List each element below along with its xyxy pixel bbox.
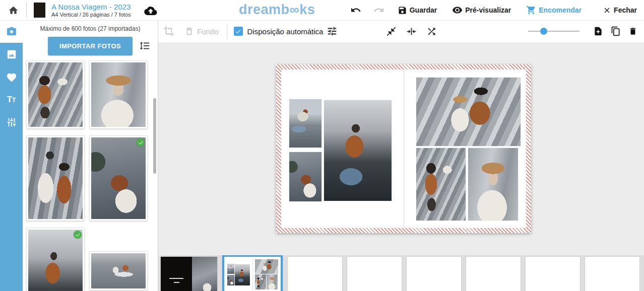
page-fold-line xyxy=(404,69,404,228)
photo-image xyxy=(28,62,83,127)
trash-outline-icon xyxy=(184,26,194,36)
save-button[interactable]: Guardar xyxy=(398,6,437,15)
filmstrip-blank-spread-6[interactable] xyxy=(526,257,580,291)
photos-scrollbar[interactable] xyxy=(153,98,156,174)
photo-limit-text: Máximo de 600 fotos (27 importadas) xyxy=(23,25,158,32)
check-icon xyxy=(235,28,241,35)
add-page-button[interactable] xyxy=(593,26,603,36)
order-button[interactable]: Encomendar xyxy=(526,5,582,15)
photo-thumb-couple-rocks[interactable] xyxy=(26,60,85,129)
cover-photo xyxy=(192,257,217,291)
photo-image xyxy=(91,253,146,288)
filmstrip-blank-spread-3[interactable] xyxy=(347,257,402,291)
zoom-slider-track xyxy=(528,31,579,32)
spread-photo-couple-rocks[interactable] xyxy=(416,148,466,221)
project-subtitle: A4 Vertical / 26 páginas / 7 fotos xyxy=(51,12,131,18)
filmstrip-blank-spread-2[interactable] xyxy=(288,257,342,291)
cloud-upload-icon xyxy=(144,6,157,15)
heart-icon xyxy=(6,72,17,82)
photos-panel: Máximo de 600 fotos (27 importadas) IMPO… xyxy=(23,20,158,291)
eye-icon xyxy=(452,6,463,14)
image-icon xyxy=(6,49,17,60)
sort-photos-button[interactable] xyxy=(139,40,150,51)
duplicate-page-button[interactable] xyxy=(611,26,621,36)
filmstrip-spread-selected[interactable] xyxy=(222,255,283,291)
photo-thumb-man-boat[interactable] xyxy=(26,228,85,291)
tune-icon xyxy=(6,117,17,128)
tune-icon xyxy=(327,26,338,37)
photo-thumb-couple-boat[interactable] xyxy=(89,251,148,290)
shuffle-layout-button[interactable] xyxy=(426,26,437,37)
background-label: Fundo xyxy=(197,27,219,36)
spread-photo-couple-standing[interactable] xyxy=(416,78,521,146)
compress-icon xyxy=(406,26,417,37)
spread-photo-woman-hat[interactable] xyxy=(468,148,518,221)
dreambooks-logo: dreamb∞ks xyxy=(239,2,315,18)
delete-background-button[interactable]: Fundo xyxy=(184,26,219,36)
trash-icon xyxy=(628,26,637,36)
book-spread xyxy=(276,64,531,233)
delete-page-button[interactable] xyxy=(628,26,637,36)
photo-used-check-icon xyxy=(74,231,82,239)
photo-image xyxy=(28,230,83,291)
preview-label: Pré-visualizar xyxy=(465,6,511,14)
sidebar-tab-gallery[interactable] xyxy=(0,43,23,65)
topbar-divider xyxy=(26,3,27,17)
redo-button[interactable] xyxy=(373,6,384,15)
page-actions xyxy=(593,26,637,36)
arrows-inward-icon xyxy=(386,26,397,37)
spread-photo-woman-boat[interactable] xyxy=(289,99,321,148)
zoom-slider-thumb[interactable] xyxy=(540,28,547,35)
auto-layout-label: Disposição automática xyxy=(247,27,324,36)
filmstrip-blank-spread-5[interactable] xyxy=(466,257,521,291)
photo-thumb-selfie-couple[interactable] xyxy=(26,135,85,221)
crop-icon xyxy=(163,26,174,37)
spread-photo-man-boat[interactable] xyxy=(324,100,392,201)
topbar: A Nossa Viagem - 2023 A4 Vertical / 26 p… xyxy=(0,0,644,21)
sidebar-tabs-group: TT xyxy=(0,43,23,291)
cart-icon xyxy=(526,5,536,15)
order-label: Encomendar xyxy=(539,6,582,14)
preview-button[interactable]: Pré-visualizar xyxy=(452,6,511,14)
crop-button[interactable] xyxy=(163,26,174,37)
auto-layout-checkbox[interactable] xyxy=(234,27,243,36)
sidebar-tab-favorites[interactable] xyxy=(0,65,23,88)
sidebar-tab-text[interactable]: TT xyxy=(0,88,23,111)
project-title: A Nossa Viagem - 2023 xyxy=(51,3,131,11)
import-photos-button[interactable]: IMPORTAR FOTOS xyxy=(48,37,133,55)
photo-image xyxy=(91,62,146,127)
layout-options-button[interactable] xyxy=(327,26,338,37)
home-icon xyxy=(8,5,19,16)
sidebar: TT xyxy=(0,20,23,291)
photo-thumb-woman-hat[interactable] xyxy=(89,60,148,129)
cover-front xyxy=(161,257,192,291)
canvas xyxy=(158,42,644,291)
spread-photo-woman-lake[interactable] xyxy=(289,152,321,201)
sidebar-tab-photos[interactable] xyxy=(0,20,23,43)
collapse-layout-button[interactable] xyxy=(386,26,397,37)
close-icon xyxy=(603,6,611,15)
sidebar-tab-settings[interactable] xyxy=(0,111,23,133)
topbar-actions: Guardar Pré-visualizar Encomendar Fechar xyxy=(350,5,644,15)
shuffle-icon xyxy=(426,26,437,37)
cloud-sync-button[interactable] xyxy=(144,6,157,15)
filmstrip-blank-spread-4[interactable] xyxy=(407,257,461,291)
photo-image xyxy=(91,137,146,219)
editor-toolbar: Fundo Disposição automática xyxy=(158,20,644,43)
filmstrip-cover[interactable] xyxy=(161,257,217,291)
zoom-slider[interactable] xyxy=(528,28,579,35)
photo-thumb-woman-lake[interactable] xyxy=(89,135,148,221)
compress-horizontal-button[interactable] xyxy=(406,26,417,37)
undo-icon xyxy=(350,6,361,15)
filmstrip-blank-spread-7[interactable] xyxy=(585,257,639,291)
layout-shuffle-group xyxy=(386,20,437,42)
add-page-icon xyxy=(593,26,603,36)
redo-icon xyxy=(373,6,384,15)
project-info: A Nossa Viagem - 2023 A4 Vertical / 26 p… xyxy=(51,3,131,18)
project-cover-thumbnail xyxy=(34,3,45,18)
workspace: Fundo Disposição automática xyxy=(158,20,644,291)
copy-icon xyxy=(611,26,621,36)
undo-button[interactable] xyxy=(350,6,361,15)
home-button[interactable] xyxy=(8,5,19,16)
close-button[interactable]: Fechar xyxy=(603,6,637,15)
